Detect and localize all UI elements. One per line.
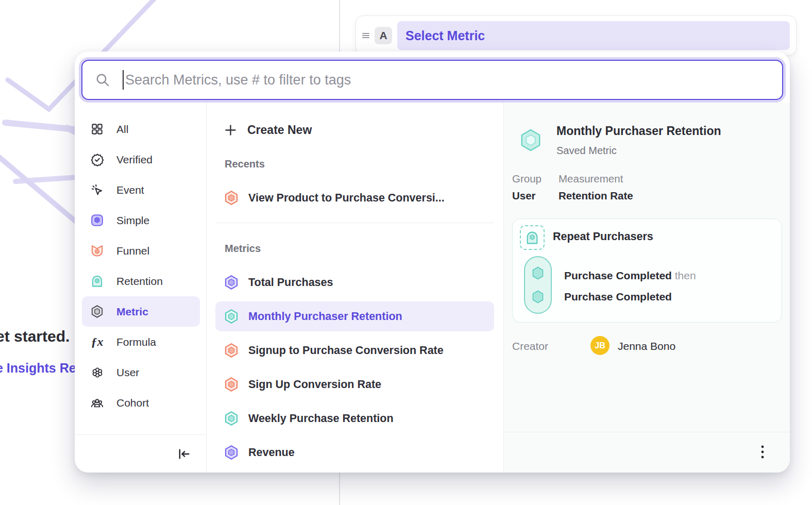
list-item-label: View Product to Purchase Conversi... bbox=[248, 192, 445, 205]
metrics-list-column: Create New Recents View Product to Purch… bbox=[206, 103, 504, 473]
event-hexagon-icon bbox=[532, 266, 544, 280]
hexagon-teal-icon bbox=[224, 411, 239, 426]
metric-slot-bar: A Select Metric bbox=[356, 15, 797, 56]
definition-title: Repeat Purchasers bbox=[553, 230, 653, 243]
sidebar-item-all[interactable]: All bbox=[82, 114, 200, 144]
text-caret bbox=[123, 70, 124, 90]
sidebar-item-verified[interactable]: Verified bbox=[82, 144, 200, 175]
select-metric-label: Select Metric bbox=[405, 28, 485, 43]
search-icon bbox=[95, 72, 110, 88]
collapse-sidebar-button[interactable] bbox=[175, 445, 193, 463]
list-item-revenue[interactable]: Revenue bbox=[215, 437, 494, 467]
hexagon-coral-icon bbox=[224, 343, 239, 358]
property-value: User bbox=[512, 190, 547, 202]
creator-label: Creator bbox=[512, 340, 548, 352]
more-options-button[interactable] bbox=[755, 444, 770, 461]
list-item-monthly-purchaser-retention[interactable]: Monthly Purchaser Retention bbox=[215, 301, 494, 331]
details-properties: Group User Measurement Retention Rate bbox=[512, 173, 633, 202]
metric-details-panel: Monthly Purchaser Retention Saved Metric… bbox=[504, 103, 790, 473]
sidebar-item-label: Metric bbox=[116, 306, 148, 318]
list-section-divider bbox=[215, 223, 494, 223]
plus-icon bbox=[224, 123, 238, 137]
search-box[interactable] bbox=[81, 60, 783, 100]
metric-picker-modal: All Verified Event bbox=[75, 52, 790, 473]
grid-icon bbox=[90, 122, 104, 136]
background-partial-heading: et started. bbox=[0, 328, 70, 345]
sidebar-item-label: Retention bbox=[116, 275, 163, 288]
list-item-recent-metric[interactable]: View Product to Purchase Conversi... bbox=[215, 183, 494, 213]
sidebar-item-label: Cohort bbox=[116, 397, 149, 409]
list-item-label: Sign Up Conversion Rate bbox=[248, 378, 381, 391]
sidebar-item-funnel[interactable]: Funnel bbox=[82, 235, 200, 266]
metric-teal-hexagon-icon bbox=[519, 128, 543, 153]
step-connector: then bbox=[672, 270, 696, 281]
list-item-label: Weekly Purchase Retention bbox=[248, 412, 394, 425]
creator-name: Jenna Bono bbox=[618, 340, 675, 352]
sidebar-item-cohort[interactable]: Cohort bbox=[82, 388, 200, 418]
sidebar-item-label: Verified bbox=[116, 154, 153, 166]
search-input[interactable] bbox=[125, 72, 772, 88]
list-item-weekly-purchase-retention[interactable]: Weekly Purchase Retention bbox=[215, 403, 494, 433]
hexagon-purple-icon bbox=[224, 445, 239, 460]
hexagon-purple-icon bbox=[224, 275, 239, 290]
user-cluster-icon bbox=[90, 365, 104, 379]
cursor-click-icon bbox=[90, 183, 104, 197]
details-title: Monthly Purchaser Retention bbox=[556, 124, 721, 138]
sidebar-item-label: Simple bbox=[116, 214, 149, 227]
details-subtitle: Saved Metric bbox=[556, 145, 617, 157]
sidebar-item-simple[interactable]: Simple bbox=[82, 205, 200, 235]
verified-badge-icon bbox=[90, 153, 104, 166]
section-label-metrics: Metrics bbox=[225, 243, 494, 255]
property-label: Measurement bbox=[559, 173, 633, 186]
create-new-label: Create New bbox=[247, 123, 312, 137]
list-item-label: Signup to Purchase Conversion Rate bbox=[248, 344, 444, 357]
formula-fx-icon: ƒx bbox=[90, 335, 104, 349]
sidebar-item-label: Funnel bbox=[116, 245, 149, 257]
event-sequence-capsule bbox=[524, 256, 552, 314]
step-event-name: Purchase Completed bbox=[564, 270, 672, 281]
retention-definition-icon bbox=[520, 225, 545, 250]
section-label-recents: Recents bbox=[225, 158, 494, 171]
metric-definition-card: Repeat Purchasers Purchase Completed the… bbox=[512, 218, 782, 323]
background-partial-link[interactable]: e Insights Re bbox=[0, 361, 76, 376]
details-footer bbox=[504, 432, 790, 473]
creator-avatar[interactable]: JB bbox=[590, 336, 610, 355]
property-value: Retention Rate bbox=[559, 190, 633, 202]
sidebar-item-metric[interactable]: Metric bbox=[82, 296, 200, 327]
sidebar-footer bbox=[75, 434, 206, 473]
property-group: Group User bbox=[512, 173, 547, 202]
list-item-total-purchases[interactable]: Total Purchases bbox=[215, 267, 494, 297]
sidebar-item-event[interactable]: Event bbox=[82, 175, 200, 205]
list-item-label: Revenue bbox=[248, 446, 295, 459]
retention-arch-icon bbox=[90, 274, 104, 288]
sidebar-item-user[interactable]: User bbox=[82, 357, 200, 388]
cohort-people-icon bbox=[90, 396, 104, 410]
metric-hexagon-icon bbox=[90, 305, 104, 318]
definition-step-1: Purchase Completed then bbox=[564, 270, 696, 282]
sidebar-item-label: Formula bbox=[116, 336, 156, 348]
series-letter-badge: A bbox=[375, 27, 392, 44]
create-new-button[interactable]: Create New bbox=[215, 117, 494, 143]
simple-square-icon bbox=[90, 213, 104, 227]
list-item-label: Monthly Purchaser Retention bbox=[248, 310, 402, 323]
select-metric-button[interactable]: Select Metric bbox=[397, 21, 790, 50]
drag-handle-icon[interactable] bbox=[360, 30, 371, 41]
definition-step-2: Purchase Completed bbox=[564, 291, 672, 303]
list-item-sign-up-conversion-rate[interactable]: Sign Up Conversion Rate bbox=[215, 369, 494, 399]
kebab-menu-icon bbox=[760, 444, 765, 461]
funnel-icon bbox=[90, 244, 104, 258]
event-hexagon-icon bbox=[532, 290, 544, 304]
category-sidebar: All Verified Event bbox=[75, 103, 206, 473]
hexagon-coral-icon bbox=[224, 190, 239, 206]
sidebar-item-label: All bbox=[116, 123, 128, 136]
list-item-label: Total Purchases bbox=[248, 276, 333, 289]
property-label: Group bbox=[512, 173, 547, 186]
sidebar-item-label: Event bbox=[116, 184, 144, 196]
step-event-name: Purchase Completed bbox=[564, 291, 672, 302]
hexagon-coral-icon bbox=[224, 377, 239, 392]
sidebar-item-formula[interactable]: ƒx Formula bbox=[82, 327, 200, 357]
sidebar-item-label: User bbox=[116, 366, 139, 379]
list-item-signup-to-purchase-conversion-rate[interactable]: Signup to Purchase Conversion Rate bbox=[215, 335, 494, 365]
sidebar-item-retention[interactable]: Retention bbox=[82, 266, 200, 296]
hexagon-teal-icon bbox=[224, 309, 239, 324]
